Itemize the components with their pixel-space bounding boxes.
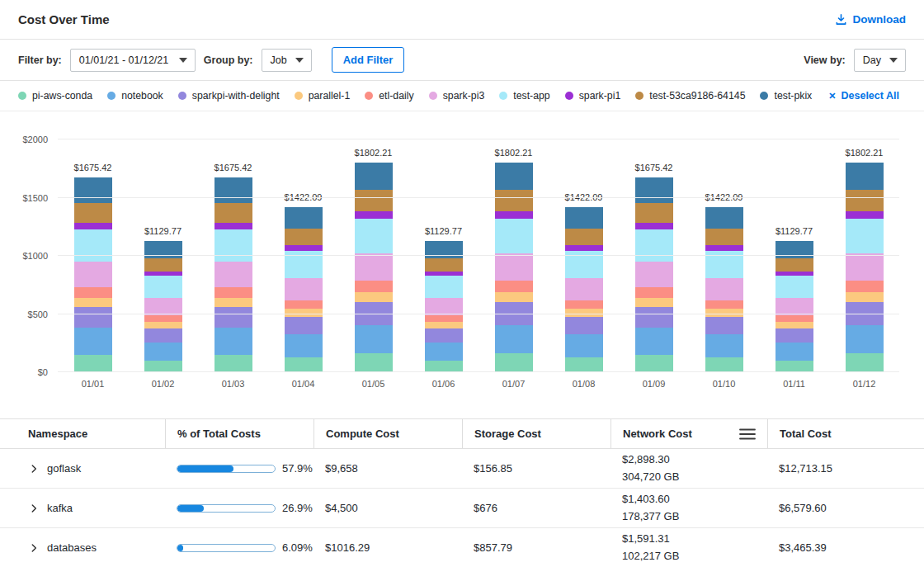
bar-segment-test-53ca9186-64145[interactable] bbox=[214, 203, 252, 223]
bar-segment-test-53ca9186-64145[interactable] bbox=[635, 203, 673, 223]
stacked-bar-01/02[interactable] bbox=[144, 241, 182, 372]
bar-segment-notebook[interactable] bbox=[214, 328, 252, 354]
bar-segment-test-53ca9186-64145[interactable] bbox=[565, 229, 603, 245]
bar-segment-etl-daily[interactable] bbox=[705, 300, 743, 309]
legend-item-pi-aws-conda[interactable]: pi-aws-conda bbox=[18, 90, 92, 102]
bar-segment-parallel-1[interactable] bbox=[776, 322, 813, 328]
bar-segment-sparkpi-with-delight[interactable] bbox=[144, 328, 182, 343]
bar-segment-test-app[interactable] bbox=[635, 229, 673, 262]
bar-segment-test-53ca9186-64145[interactable] bbox=[425, 258, 463, 272]
bar-segment-test-pkix[interactable] bbox=[495, 163, 533, 190]
stacked-bar-01/12[interactable] bbox=[846, 163, 884, 372]
bar-segment-notebook[interactable] bbox=[565, 334, 603, 357]
bar-segment-test-pkix[interactable] bbox=[705, 207, 743, 229]
bar-segment-test-pkix[interactable] bbox=[355, 163, 393, 190]
stacked-bar-01/06[interactable] bbox=[425, 241, 463, 372]
bar-segment-etl-daily[interactable] bbox=[214, 287, 252, 298]
bar-segment-spark-pi3[interactable] bbox=[495, 253, 533, 281]
bar-segment-test-53ca9186-64145[interactable] bbox=[846, 190, 884, 211]
bar-segment-notebook[interactable] bbox=[285, 334, 323, 357]
legend-item-test-app[interactable]: test-app bbox=[499, 90, 549, 102]
column-menu-icon[interactable] bbox=[739, 428, 756, 441]
bar-segment-etl-daily[interactable] bbox=[776, 315, 813, 322]
bar-segment-test-pkix[interactable] bbox=[214, 177, 252, 203]
bar-segment-spark-pi3[interactable] bbox=[74, 262, 112, 287]
bar-segment-pi-aws-conda[interactable] bbox=[425, 361, 463, 372]
legend-item-notebook[interactable]: notebook bbox=[107, 90, 163, 102]
legend-item-test-53ca9186-64145[interactable]: test-53ca9186-64145 bbox=[635, 90, 745, 102]
bar-segment-notebook[interactable] bbox=[425, 343, 463, 361]
bar-segment-etl-daily[interactable] bbox=[635, 287, 673, 298]
bar-segment-pi-aws-conda[interactable] bbox=[565, 357, 603, 372]
bar-segment-test-pkix[interactable] bbox=[74, 177, 112, 203]
bar-segment-test-app[interactable] bbox=[425, 276, 463, 298]
legend-item-spark-pi1[interactable]: spark-pi1 bbox=[565, 90, 621, 102]
stacked-bar-01/03[interactable] bbox=[214, 177, 252, 372]
bar-segment-spark-pi3[interactable] bbox=[846, 253, 884, 281]
stacked-bar-01/01[interactable] bbox=[74, 177, 112, 372]
bar-segment-parallel-1[interactable] bbox=[495, 292, 533, 302]
namespace-cell[interactable]: goflask bbox=[18, 462, 165, 475]
bar-segment-spark-pi1[interactable] bbox=[495, 211, 533, 218]
bar-segment-pi-aws-conda[interactable] bbox=[144, 361, 182, 372]
bar-segment-test-app[interactable] bbox=[214, 229, 252, 262]
bar-segment-notebook[interactable] bbox=[635, 328, 673, 354]
bar-segment-sparkpi-with-delight[interactable] bbox=[705, 317, 743, 335]
bar-segment-test-pkix[interactable] bbox=[846, 163, 884, 190]
bar-segment-spark-pi3[interactable] bbox=[285, 278, 323, 300]
bar-segment-sparkpi-with-delight[interactable] bbox=[285, 317, 323, 335]
bar-segment-test-53ca9186-64145[interactable] bbox=[705, 229, 743, 245]
legend-item-spark-pi3[interactable]: spark-pi3 bbox=[429, 90, 485, 102]
bar-segment-notebook[interactable] bbox=[74, 328, 112, 354]
bar-segment-sparkpi-with-delight[interactable] bbox=[74, 307, 112, 328]
bar-segment-pi-aws-conda[interactable] bbox=[285, 357, 323, 372]
bar-segment-sparkpi-with-delight[interactable] bbox=[565, 317, 603, 335]
bar-segment-test-53ca9186-64145[interactable] bbox=[355, 190, 393, 211]
bar-segment-spark-pi1[interactable] bbox=[285, 245, 323, 251]
bar-segment-spark-pi1[interactable] bbox=[74, 223, 112, 229]
bar-segment-test-53ca9186-64145[interactable] bbox=[495, 190, 533, 211]
stacked-bar-01/09[interactable] bbox=[635, 177, 673, 372]
group-by-select[interactable]: Job bbox=[262, 49, 312, 72]
bar-segment-pi-aws-conda[interactable] bbox=[214, 355, 252, 372]
bar-segment-etl-daily[interactable] bbox=[565, 300, 603, 309]
bar-segment-spark-pi3[interactable] bbox=[635, 262, 673, 287]
namespace-cell[interactable]: kafka bbox=[18, 502, 165, 514]
bar-segment-sparkpi-with-delight[interactable] bbox=[635, 307, 673, 328]
chevron-right-icon[interactable] bbox=[28, 503, 40, 514]
bar-segment-pi-aws-conda[interactable] bbox=[846, 353, 884, 372]
bar-segment-sparkpi-with-delight[interactable] bbox=[425, 328, 463, 343]
bar-segment-parallel-1[interactable] bbox=[74, 298, 112, 307]
bar-segment-test-app[interactable] bbox=[846, 219, 884, 253]
bar-segment-parallel-1[interactable] bbox=[214, 298, 252, 307]
bar-segment-sparkpi-with-delight[interactable] bbox=[776, 328, 813, 343]
stacked-bar-01/04[interactable] bbox=[285, 207, 323, 372]
bar-segment-notebook[interactable] bbox=[495, 325, 533, 354]
bar-segment-parallel-1[interactable] bbox=[144, 322, 182, 328]
bar-segment-notebook[interactable] bbox=[144, 343, 182, 361]
bar-segment-spark-pi1[interactable] bbox=[705, 245, 743, 251]
legend-item-test-pkix[interactable]: test-pkix bbox=[760, 90, 812, 102]
bar-segment-parallel-1[interactable] bbox=[355, 292, 393, 302]
bar-segment-etl-daily[interactable] bbox=[355, 281, 393, 292]
bar-segment-etl-daily[interactable] bbox=[425, 315, 463, 322]
bar-segment-test-pkix[interactable] bbox=[565, 207, 603, 229]
bar-segment-notebook[interactable] bbox=[776, 343, 813, 361]
bar-segment-notebook[interactable] bbox=[355, 325, 393, 354]
chevron-right-icon[interactable] bbox=[28, 542, 40, 554]
bar-segment-spark-pi1[interactable] bbox=[635, 223, 673, 229]
legend-item-parallel-1[interactable]: parallel-1 bbox=[295, 90, 351, 102]
deselect-all-button[interactable]: ✕ Deselect All bbox=[828, 90, 899, 102]
bar-segment-test-app[interactable] bbox=[74, 229, 112, 262]
bar-segment-spark-pi1[interactable] bbox=[214, 223, 252, 229]
bar-segment-etl-daily[interactable] bbox=[846, 281, 884, 292]
bar-segment-spark-pi3[interactable] bbox=[565, 278, 603, 300]
bar-segment-test-app[interactable] bbox=[144, 276, 182, 298]
bar-segment-test-53ca9186-64145[interactable] bbox=[74, 203, 112, 223]
bar-segment-spark-pi3[interactable] bbox=[705, 278, 743, 300]
stacked-bar-01/05[interactable] bbox=[355, 163, 393, 372]
bar-segment-etl-daily[interactable] bbox=[495, 281, 533, 292]
bar-segment-etl-daily[interactable] bbox=[74, 287, 112, 298]
legend-item-sparkpi-with-delight[interactable]: sparkpi-with-delight bbox=[178, 90, 280, 102]
stacked-bar-01/10[interactable] bbox=[705, 207, 743, 372]
